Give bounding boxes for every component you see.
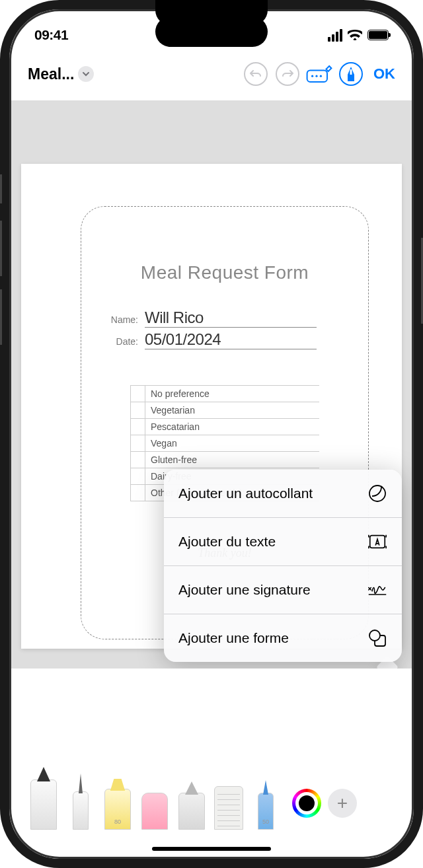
- add-signature-item[interactable]: Ajouter une signature: [164, 566, 402, 614]
- name-value: Will Rico: [145, 308, 317, 328]
- document-title-button[interactable]: Meal...: [28, 65, 94, 83]
- crayon-tool[interactable]: 50: [247, 793, 284, 830]
- add-sticker-item[interactable]: Ajouter un autocollant: [164, 470, 402, 518]
- date-value: 05/01/2024: [145, 330, 317, 349]
- battery-icon: [367, 30, 389, 40]
- svg-point-3: [320, 75, 322, 77]
- eraser-tool[interactable]: [136, 793, 173, 830]
- table-row: Pescatarian: [131, 419, 319, 435]
- ruler-tool[interactable]: [210, 786, 247, 830]
- plus-icon: +: [337, 793, 348, 814]
- autofill-icon: [306, 64, 332, 84]
- pencil-tool[interactable]: [173, 793, 210, 830]
- status-time: 09:41: [34, 27, 68, 43]
- svg-rect-4: [350, 69, 352, 75]
- table-row: Gluten-free: [131, 452, 319, 468]
- add-menu-popup: Ajouter un autocollant Ajouter du texte …: [164, 470, 402, 662]
- menu-item-label: Ajouter une forme: [178, 630, 289, 646]
- device-notch: [155, 17, 268, 47]
- svg-point-2: [315, 75, 317, 77]
- wifi-icon: [348, 30, 362, 40]
- markup-button[interactable]: [336, 59, 365, 89]
- table-row: Vegetarian: [131, 402, 319, 419]
- table-row: No preference: [131, 386, 319, 402]
- shape-icon: [367, 628, 387, 648]
- table-row: Vegan: [131, 435, 319, 452]
- color-picker-button[interactable]: [292, 789, 321, 818]
- done-button[interactable]: OK: [373, 65, 395, 83]
- pen-tool[interactable]: [25, 779, 62, 830]
- menu-item-label: Ajouter du texte: [178, 534, 276, 550]
- document-canvas[interactable]: Meal Request Form Name: Will Rico Date: …: [9, 100, 414, 669]
- top-toolbar: Meal... OK: [9, 49, 414, 100]
- highlighter-tool[interactable]: 80: [99, 789, 136, 830]
- menu-item-label: Ajouter une signature: [178, 582, 311, 598]
- document-title-text: Meal...: [28, 65, 74, 83]
- svg-point-8: [369, 630, 380, 641]
- menu-item-label: Ajouter un autocollant: [178, 486, 313, 501]
- svg-point-5: [369, 486, 385, 501]
- chevron-down-icon: [78, 66, 94, 82]
- pen-tip-icon: [345, 67, 357, 81]
- signature-icon: [367, 580, 387, 600]
- svg-point-1: [311, 75, 313, 77]
- undo-icon: [250, 69, 262, 79]
- text-box-icon: [367, 532, 387, 552]
- cell-signal-icon: [328, 29, 342, 42]
- undo-button[interactable]: [241, 59, 270, 89]
- redo-button[interactable]: [273, 59, 302, 89]
- home-indicator[interactable]: [152, 847, 271, 851]
- fine-pen-tool[interactable]: [62, 791, 99, 830]
- current-color-swatch: [299, 795, 315, 811]
- date-label: Date:: [109, 336, 138, 347]
- form-title: Meal Request Form: [81, 262, 368, 283]
- name-label: Name:: [109, 314, 138, 325]
- add-shape-item[interactable]: Ajouter une forme: [164, 614, 402, 662]
- markup-tool-tray: 80 50 +: [9, 764, 414, 836]
- add-text-item[interactable]: Ajouter du texte: [164, 518, 402, 566]
- sticker-icon: [367, 484, 387, 503]
- autofill-button[interactable]: [305, 59, 334, 89]
- add-button[interactable]: +: [328, 789, 357, 818]
- redo-icon: [282, 69, 293, 79]
